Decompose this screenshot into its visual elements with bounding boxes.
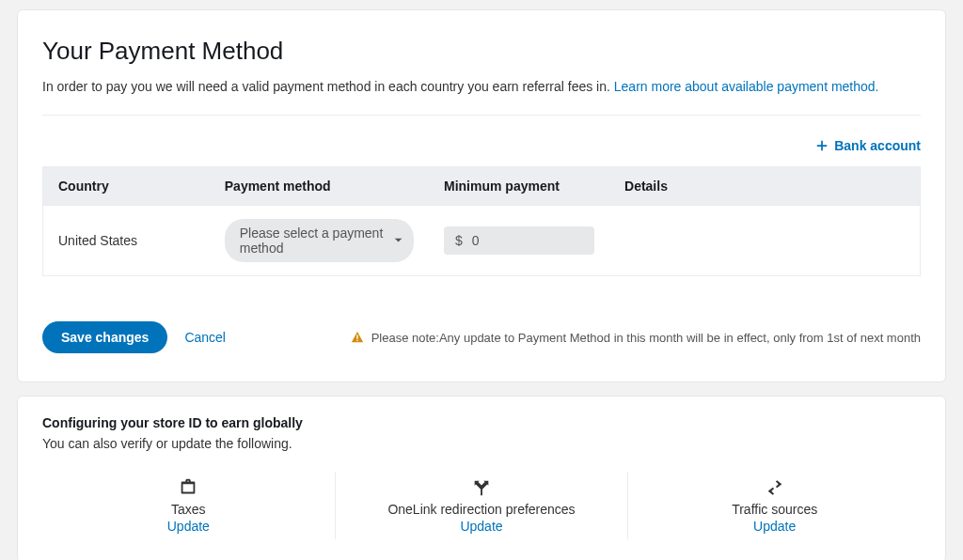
- minimum-value: 0: [472, 233, 480, 248]
- split-arrows-icon: [345, 477, 619, 498]
- taxes-update-link[interactable]: Update: [167, 519, 210, 534]
- col-traffic: Traffic sources Update: [627, 472, 921, 539]
- swap-arrows-icon: [638, 477, 911, 498]
- notice-banner: Please note:Any update to Payment Method…: [351, 331, 921, 345]
- td-payment-method: Please select a payment method: [210, 206, 429, 276]
- onelink-update-link[interactable]: Update: [460, 519, 502, 534]
- th-minimum: Minimum payment: [429, 167, 609, 206]
- briefcase-icon: [52, 477, 325, 498]
- onelink-label: OneLink redirection preferences: [345, 502, 619, 517]
- page-subtext: In order to pay you we will need a valid…: [42, 79, 921, 116]
- warning-icon: [351, 331, 364, 344]
- th-country: Country: [43, 167, 210, 206]
- page-title: Your Payment Method: [42, 37, 921, 66]
- store-columns: Taxes Update OneLink redirection prefere…: [42, 472, 921, 539]
- taxes-label: Taxes: [52, 502, 325, 517]
- payment-table: Country Payment method Minimum payment D…: [42, 166, 921, 276]
- save-button[interactable]: Save changes: [42, 321, 167, 353]
- currency-symbol: $: [455, 233, 463, 248]
- traffic-label: Traffic sources: [638, 502, 911, 517]
- th-payment-method: Payment method: [210, 167, 429, 206]
- add-bank-row: Bank account: [42, 116, 921, 166]
- store-config-card: Configuring your store ID to earn global…: [17, 396, 946, 560]
- td-country: United States: [43, 206, 210, 276]
- minimum-payment-input[interactable]: $ 0: [444, 226, 594, 255]
- payment-method-card: Your Payment Method In order to pay you …: [17, 9, 946, 382]
- notice-text: Please note:Any update to Payment Method…: [371, 331, 921, 345]
- cancel-button[interactable]: Cancel: [184, 330, 226, 345]
- footer-actions: Save changes Cancel Please note:Any upda…: [42, 321, 921, 353]
- chevron-down-icon: [394, 235, 403, 246]
- plus-icon: [815, 139, 829, 152]
- col-onelink: OneLink redirection preferences Update: [335, 472, 628, 539]
- td-details: [609, 206, 920, 276]
- learn-more-link[interactable]: Learn more about available payment metho…: [614, 79, 879, 94]
- add-bank-account-label: Bank account: [834, 138, 921, 153]
- traffic-update-link[interactable]: Update: [753, 519, 796, 534]
- store-sub: You can also verify or update the follow…: [42, 436, 921, 451]
- svg-rect-0: [356, 334, 357, 338]
- payment-method-select-label: Please select a payment method: [240, 226, 385, 256]
- svg-rect-1: [356, 340, 357, 341]
- subtext-prefix: In order to pay you we will need a valid…: [42, 79, 614, 94]
- payment-method-select[interactable]: Please select a payment method: [225, 219, 414, 262]
- store-title: Configuring your store ID to earn global…: [42, 415, 921, 430]
- table-row: United States Please select a payment me…: [43, 206, 921, 276]
- td-minimum: $ 0: [429, 206, 609, 276]
- col-taxes: Taxes Update: [42, 472, 335, 539]
- add-bank-account-button[interactable]: Bank account: [815, 138, 921, 153]
- th-details: Details: [609, 167, 920, 206]
